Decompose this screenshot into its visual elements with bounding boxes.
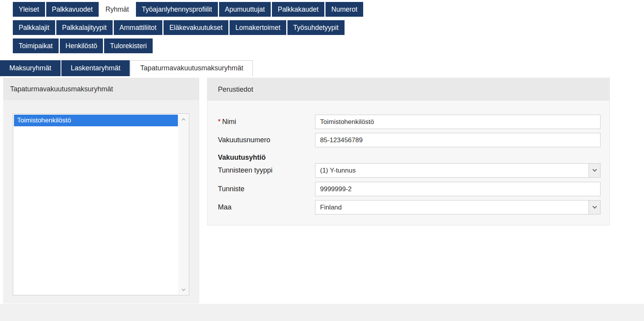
tab-ammattiliitot[interactable]: Ammattiliitot [114, 20, 162, 35]
basic-info-panel: Perustiedot *Nimi Vakuutusnumero Vakuutu… [207, 78, 610, 225]
chevron-down-icon [592, 167, 597, 171]
chevron-down-icon [592, 204, 597, 208]
tab-elakevakuutukset[interactable]: Eläkevakuutukset [164, 20, 228, 35]
group-list-panel: Tapaturmavakuutusmaksuryhmät Toimistohen… [3, 78, 199, 304]
basic-info-panel-title: Perustiedot [207, 78, 609, 101]
tab-palkkakaudet[interactable]: Palkkakaudet [272, 2, 324, 17]
tab-numerot[interactable]: Numerot [325, 2, 363, 17]
chevron-up-icon [181, 118, 185, 122]
nimi-label-text: Nimi [222, 118, 236, 126]
subtab-laskentaryhmat[interactable]: Laskentaryhmät [61, 60, 130, 76]
main-tabs-row-2: Palkkalajit Palkkalajityypit Ammattiliit… [13, 20, 345, 35]
maa-dropdown-button[interactable] [588, 201, 600, 214]
tab-palkkavuodet[interactable]: Palkkavuodet [46, 2, 99, 17]
tab-toimipaikat[interactable]: Toimipaikat [13, 38, 59, 53]
list-item[interactable]: Toimistohenkilöstö [14, 115, 178, 126]
sub-tabs: Maksuryhmät Laskentaryhmät Tapaturmavaku… [0, 60, 253, 76]
subtab-maksuryhmat[interactable]: Maksuryhmät [0, 60, 61, 76]
main-tabs-row-3: Toimipaikat Henkilöstö Tulorekisteri [13, 38, 153, 53]
tab-tyoajanlyhennysprofiilit[interactable]: Työajanlyhennysprofiilit [136, 2, 218, 17]
tab-palkkalajit[interactable]: Palkkalajit [13, 20, 55, 35]
maa-select[interactable]: Finland [315, 200, 600, 215]
nimi-input[interactable] [315, 115, 600, 129]
subtab-tapaturmavakuutusmaksuryhmat[interactable]: Tapaturmavakuutusmaksuryhmät [131, 60, 253, 76]
listbox-scrollbar[interactable] [178, 114, 188, 295]
vakuutusnumero-input[interactable] [315, 133, 600, 147]
tunniste-input[interactable] [315, 182, 600, 196]
tab-tulorekisteri[interactable]: Tulorekisteri [104, 38, 153, 53]
maa-value: Finland [315, 204, 588, 211]
vakuutusyhtio-section-label: Vakuutusyhtiö [218, 150, 266, 165]
tunnisteen-tyyppi-value: (1) Y-tunnus [315, 167, 588, 174]
chevron-down-icon [181, 287, 185, 291]
group-listbox[interactable]: Toimistohenkilöstö [13, 113, 189, 295]
scroll-up-button[interactable] [178, 114, 188, 124]
scroll-down-button[interactable] [178, 284, 188, 295]
tunnisteen-tyyppi-label: Tunnisteen tyyppi [218, 163, 272, 178]
tab-yleiset[interactable]: Yleiset [13, 2, 45, 17]
maa-label: Maa [218, 200, 231, 215]
main-tabs-row-1: Yleiset Palkkavuodet Ryhmät Työajanlyhen… [13, 2, 363, 17]
app-page: Yleiset Palkkavuodet Ryhmät Työajanlyhen… [0, 0, 644, 321]
tunniste-label: Tunniste [218, 182, 244, 196]
tab-apumuuttujat[interactable]: Apumuuttujat [219, 2, 271, 17]
tab-palkkalajityypit[interactable]: Palkkalajityypit [56, 20, 113, 35]
tunnisteen-tyyppi-select[interactable]: (1) Y-tunnus [315, 163, 600, 178]
tunnisteen-tyyppi-dropdown-button[interactable] [588, 164, 600, 177]
vakuutusnumero-label: Vakuutusnumero [218, 133, 270, 147]
tab-ryhmat[interactable]: Ryhmät [100, 2, 135, 17]
group-list-panel-title: Tapaturmavakuutusmaksuryhmät [3, 78, 199, 100]
tab-tyosuhdetyypit[interactable]: Työsuhdetyypit [287, 20, 345, 35]
required-mark: * [218, 118, 221, 126]
tab-lomakertoimet[interactable]: Lomakertoimet [230, 20, 286, 35]
tab-henkilosto[interactable]: Henkilöstö [60, 38, 103, 53]
bottom-panel [0, 304, 644, 321]
nimi-label: *Nimi [218, 115, 236, 129]
